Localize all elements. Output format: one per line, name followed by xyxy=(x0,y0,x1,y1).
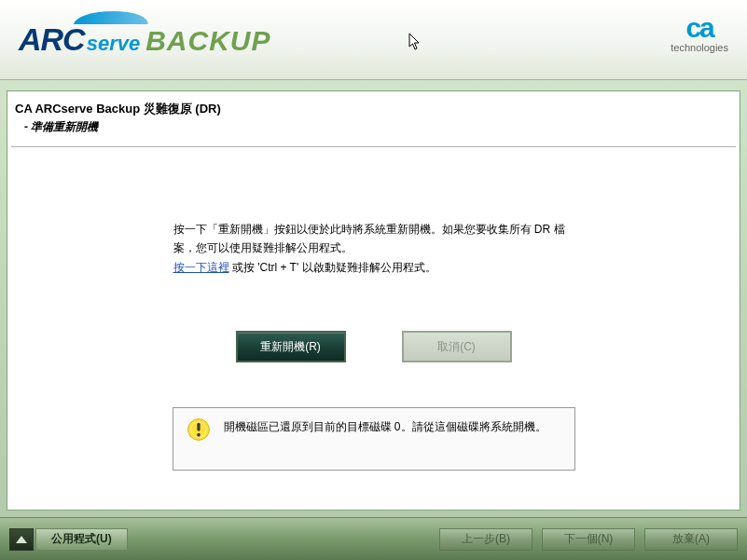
title-block: CA ARCserve Backup 災難復原 (DR) - 準備重新開機 xyxy=(7,91,740,146)
next-button: 下一個(N) xyxy=(542,528,635,551)
arcserve-logo: ARC serve BACKUP xyxy=(19,21,271,58)
ca-logo: ca technologies xyxy=(671,14,728,53)
ca-logo-sub: technologies xyxy=(671,42,728,53)
back-button: 上一步(B) xyxy=(439,528,533,551)
footer-bar: 公用程式(U) 上一步(B) 下一個(N) 放棄(A) xyxy=(0,517,747,560)
info-box: 開機磁區已還原到目前的目標磁碟 0。請從這個磁碟將系統開機。 xyxy=(173,407,575,471)
logo-swoosh xyxy=(74,11,150,24)
page-title: CA ARCserve Backup 災難復原 (DR) xyxy=(15,101,732,117)
content-panel: CA ARCserve Backup 災難復原 (DR) - 準備重新開機 按一… xyxy=(7,90,740,511)
reboot-button[interactable]: 重新開機(R) xyxy=(236,331,346,362)
footer-right: 上一步(B) 下一個(N) 放棄(A) xyxy=(439,528,738,551)
logo-text-serve: serve xyxy=(87,32,141,56)
cancel-button: 取消(C) xyxy=(402,331,512,362)
button-row: 重新開機(R) 取消(C) xyxy=(7,331,740,362)
triangle-up-icon xyxy=(16,536,27,543)
expand-up-button[interactable] xyxy=(9,528,34,551)
instruction-line2: 按一下這裡 或按 'Ctrl + T' 以啟動疑難排解公用程式。 xyxy=(173,258,574,277)
instruction-line2-rest: 或按 'Ctrl + T' 以啟動疑難排解公用程式。 xyxy=(229,261,436,274)
instruction-text: 按一下「重新開機」按鈕以便於此時將系統重新開機。如果您要收集所有 DR 檔案，您… xyxy=(173,220,574,277)
wizard-window: ARC serve BACKUP ca technologies CA ARCs… xyxy=(0,0,747,560)
utilities-button[interactable]: 公用程式(U) xyxy=(35,528,128,551)
svg-rect-2 xyxy=(197,423,200,431)
logo-text-arc: ARC xyxy=(19,21,85,58)
info-text: 開機磁區已還原到目前的目標磁碟 0。請從這個磁碟將系統開機。 xyxy=(224,417,546,436)
troubleshoot-link[interactable]: 按一下這裡 xyxy=(173,261,229,274)
divider xyxy=(11,146,736,147)
svg-point-3 xyxy=(197,433,201,437)
warning-icon xyxy=(187,417,211,442)
page-subtitle: - 準備重新開機 xyxy=(24,119,732,135)
footer-left: 公用程式(U) xyxy=(9,528,128,551)
abort-button: 放棄(A) xyxy=(644,528,738,551)
logo-text-backup: BACKUP xyxy=(145,25,270,57)
instruction-line1: 按一下「重新開機」按鈕以便於此時將系統重新開機。如果您要收集所有 DR 檔案，您… xyxy=(173,220,574,258)
ca-logo-text: ca xyxy=(671,14,728,42)
header: ARC serve BACKUP ca technologies xyxy=(0,0,747,80)
